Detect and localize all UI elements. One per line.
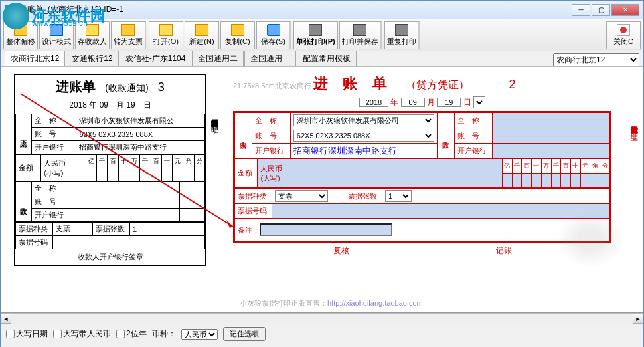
- copy-button[interactable]: 复制(C): [220, 21, 255, 49]
- print-one-button[interactable]: 单张打印(P): [293, 21, 338, 49]
- minimize-button[interactable]: ─: [572, 4, 590, 16]
- receipt-form-left: 进账单 (收款通知) 3 2018 年 09 月 19 日 出票人全 称深圳市小…: [14, 74, 206, 266]
- remark-input[interactable]: [260, 223, 392, 236]
- right-side-note: 此联由收款人开户银行作贷方凭证 宝旺: [629, 120, 639, 128]
- print-save-button[interactable]: 打印并保存: [339, 21, 382, 49]
- year-input[interactable]: [359, 98, 388, 107]
- tabbar: 农商行北京12 交通银行12 农信社-广东1104 全国通用二 全国通用一 配置…: [1, 51, 643, 67]
- cb-capital-date[interactable]: 大写日期: [6, 328, 48, 340]
- svg-marker-1: [226, 220, 233, 228]
- tab-1[interactable]: 农商行北京12: [5, 51, 65, 66]
- left-side-note: 此联是收款人开户银行交给收款人的收款通知 宝旺: [210, 114, 220, 121]
- horizontal-scrollbar[interactable]: ◄►: [1, 313, 643, 324]
- new-button[interactable]: 新建(N): [185, 21, 219, 49]
- footer-link: 小灰狼票据打印正版直售：http://xiaohuilang.taobao.co…: [240, 298, 423, 308]
- cb-2digit-year[interactable]: 2位年: [116, 328, 147, 340]
- to-check-button[interactable]: 转为支票: [111, 21, 146, 49]
- maximize-button[interactable]: ▢: [592, 4, 610, 16]
- open-button[interactable]: 打开(O): [149, 21, 183, 49]
- wolf-watermark: [550, 206, 630, 273]
- tab-3[interactable]: 农信社-广东1104: [120, 51, 192, 66]
- watermark: 河东软件园 www.pc0359.cn: [0, 0, 108, 32]
- tab-5[interactable]: 全国通用一: [244, 51, 296, 66]
- tab-6[interactable]: 配置常用模板: [297, 51, 357, 66]
- options-row-2: 不打印出票日期 不打印出票人 不打印限位符 不打印收款人 不打印大写 交换收款单…: [1, 344, 643, 347]
- payer-bank-input[interactable]: [293, 146, 434, 156]
- currency-select[interactable]: 人民币: [181, 329, 218, 340]
- bill-type-select[interactable]: 支票: [275, 190, 328, 202]
- close-button[interactable]: ✕: [611, 4, 639, 16]
- payer-name-select[interactable]: 深圳市小灰狼软件发展有限公司: [293, 114, 434, 126]
- workarea: 进账单 (收款通知) 3 2018 年 09 月 19 日 出票人全 称深圳市小…: [1, 67, 643, 313]
- date-dropdown[interactable]: [473, 96, 485, 108]
- tab-4[interactable]: 全国通用二: [192, 51, 244, 66]
- bill-count-select[interactable]: 1: [385, 190, 412, 202]
- save-button[interactable]: 保存(S): [256, 21, 291, 49]
- options-row-1: 大写日期 大写带人民币 2位年 币种： 人民币 记住选项: [1, 324, 643, 344]
- tab-2[interactable]: 交通银行12: [66, 51, 118, 66]
- day-input[interactable]: [437, 98, 461, 107]
- close-app-button[interactable]: 关闭C: [606, 21, 641, 49]
- remember-button[interactable]: 记住选项: [223, 327, 266, 341]
- payer-account-select[interactable]: 62X5 02X3 2325 088X: [293, 130, 434, 142]
- watermark-logo: [3, 3, 29, 29]
- reprint-button[interactable]: 重复打印: [384, 21, 420, 49]
- month-input[interactable]: [401, 98, 425, 107]
- template-selector[interactable]: 农商行北京12: [553, 53, 639, 66]
- cb-capital-rmb[interactable]: 大写带人民币: [53, 328, 111, 340]
